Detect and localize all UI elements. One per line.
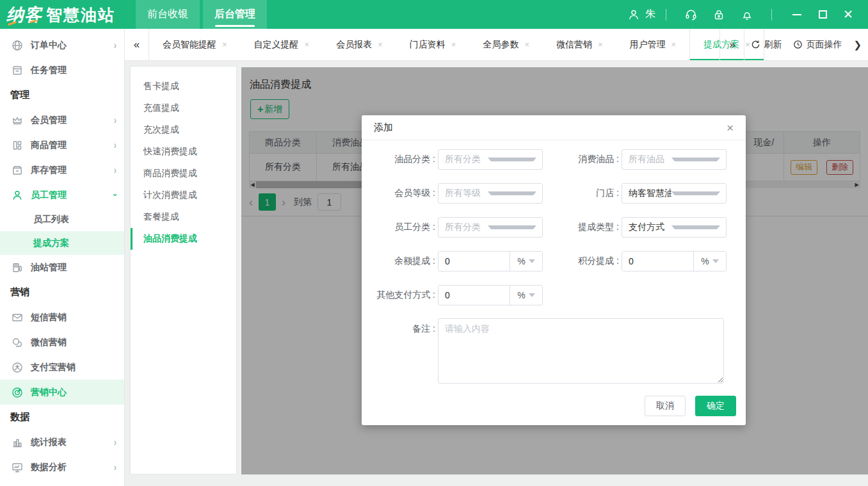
tab-item[interactable]: 全局参数× bbox=[469, 29, 543, 60]
balance-unit-select[interactable]: % bbox=[510, 252, 542, 271]
remark-textarea[interactable] bbox=[438, 318, 724, 384]
sidebar-item-label: 任务管理 bbox=[31, 65, 67, 76]
app-header: 纳客 智慧油站 前台收银后台管理 朱 bbox=[0, 0, 868, 29]
app-logo: 纳客 智慧油站 bbox=[0, 3, 136, 26]
sidebar-item[interactable]: 微信营销 bbox=[0, 330, 124, 355]
chevron-right-icon: › bbox=[114, 165, 117, 176]
tab-close-icon[interactable]: × bbox=[451, 40, 456, 49]
points-commission-input[interactable] bbox=[622, 252, 693, 271]
sidebar-item[interactable]: 数据分析› bbox=[0, 455, 124, 480]
sidebar-item[interactable]: 会员管理› bbox=[0, 108, 124, 133]
header-nav-backoffice[interactable]: 后台管理 bbox=[203, 0, 267, 29]
sidebar-item[interactable]: 任务管理 bbox=[0, 58, 124, 83]
sidebar-item[interactable]: 油站管理 bbox=[0, 255, 124, 280]
refresh-button[interactable]: 刷新 bbox=[751, 39, 782, 51]
member-level-label: 会员等级 : bbox=[362, 188, 435, 199]
confirm-button[interactable]: 确定 bbox=[695, 396, 736, 416]
cancel-button[interactable]: 取消 bbox=[645, 396, 686, 416]
tab-close-icon[interactable]: × bbox=[598, 40, 603, 49]
page-actions-button[interactable]: 页面操作 bbox=[793, 39, 842, 51]
submenu-item[interactable]: 快速消费提成 bbox=[131, 141, 236, 163]
minimize-icon[interactable] bbox=[786, 6, 808, 24]
other-payment-input[interactable] bbox=[438, 286, 510, 305]
user-menu[interactable]: 朱 bbox=[627, 8, 655, 22]
tab-label: 会员智能提醒 bbox=[163, 39, 216, 51]
other-payment-unit-select[interactable]: % bbox=[510, 286, 542, 305]
tab-item[interactable]: 门店资料× bbox=[396, 29, 470, 60]
close-window-icon[interactable]: ✕ bbox=[837, 6, 859, 24]
crown-icon bbox=[10, 113, 24, 127]
sidebar-item[interactable]: 营销中心 bbox=[0, 380, 124, 405]
sidebar-item[interactable]: 库存管理› bbox=[0, 158, 124, 182]
sidebar-item[interactable]: 短信营销 bbox=[0, 305, 124, 330]
tab-close-icon[interactable]: × bbox=[222, 40, 227, 49]
commission-type-select[interactable]: 支付方式 bbox=[622, 217, 727, 238]
headset-icon[interactable] bbox=[684, 8, 698, 22]
submenu-item[interactable]: 套餐提成 bbox=[131, 206, 236, 228]
mail-icon bbox=[10, 311, 24, 325]
dialog-close-icon[interactable]: × bbox=[727, 122, 734, 134]
oil-category-select: 所有分类 bbox=[438, 149, 543, 170]
sidebar-section-title: 营销 bbox=[0, 280, 124, 305]
open-tabs: 会员智能提醒×自定义提醒×会员报表×门店资料×全局参数×微信营销×用户管理×提成… bbox=[149, 29, 719, 60]
tab-close-icon[interactable]: × bbox=[524, 40, 529, 49]
submenu-item[interactable]: 商品消费提成 bbox=[131, 163, 236, 184]
chevron-right-icon: › bbox=[114, 40, 117, 51]
add-commission-dialog: 添加 × 油品分类 : 所有分类 消费油品 : 所有油品 会员等级 : 所有等级 bbox=[362, 115, 746, 425]
sidebar-item-label: 会员管理 bbox=[31, 115, 67, 126]
tabs-scroll-right-button[interactable]: » bbox=[719, 29, 744, 60]
sidebar-item[interactable]: 统计报表› bbox=[0, 430, 124, 455]
bell-icon[interactable] bbox=[740, 8, 754, 22]
member-level-select: 所有等级 bbox=[438, 183, 543, 204]
tabs-scroll-left-button[interactable]: « bbox=[125, 29, 149, 60]
balance-commission-label: 余额提成 : bbox=[362, 255, 435, 267]
sidebar-item[interactable]: 支付宝营销 bbox=[0, 355, 124, 380]
logo-primary: 纳客 bbox=[6, 3, 42, 26]
maximize-icon[interactable] bbox=[812, 6, 833, 24]
tab-close-icon[interactable]: × bbox=[378, 40, 383, 49]
refresh-label: 刷新 bbox=[764, 39, 782, 51]
sidebar-item[interactable]: 商品管理› bbox=[0, 133, 124, 158]
chevron-down-icon bbox=[488, 191, 537, 195]
tab-item[interactable]: 用户管理× bbox=[616, 29, 690, 60]
commission-submenu: 售卡提成充值提成充次提成快速消费提成商品消费提成计次消费提成套餐提成油品消费提成 bbox=[130, 66, 237, 474]
chevron-down-icon bbox=[529, 293, 535, 297]
goods-icon bbox=[10, 138, 24, 152]
submenu-item[interactable]: 计次消费提成 bbox=[131, 184, 236, 206]
header-nav-cashier[interactable]: 前台收银 bbox=[136, 0, 200, 29]
consume-oil-select: 所有油品 bbox=[622, 149, 727, 170]
tab-item[interactable]: 会员智能提醒× bbox=[149, 29, 241, 60]
monitor-icon bbox=[10, 460, 24, 474]
points-unit-select[interactable]: % bbox=[693, 252, 726, 271]
sidebar-item-label: 微信营销 bbox=[31, 337, 67, 348]
sidebar-item-label: 支付宝营销 bbox=[31, 362, 76, 373]
sidebar-subitem[interactable]: 提成方案 bbox=[0, 231, 124, 255]
sidebar-item[interactable]: 员工管理› bbox=[0, 182, 124, 207]
tab-label: 自定义提醒 bbox=[254, 39, 299, 51]
sidebar-item-label: 商品管理 bbox=[31, 140, 67, 151]
submenu-item[interactable]: 售卡提成 bbox=[131, 76, 236, 97]
balance-commission-input[interactable] bbox=[438, 252, 510, 271]
tab-item[interactable]: 自定义提醒× bbox=[241, 29, 323, 60]
submenu-item[interactable]: 充值提成 bbox=[131, 97, 236, 119]
more-actions-chevron[interactable]: ❯ bbox=[853, 39, 862, 51]
staff-icon bbox=[10, 188, 24, 202]
sidebar-subitem[interactable]: 员工列表 bbox=[0, 207, 124, 231]
store-select[interactable]: 纳客智慧油站 bbox=[622, 183, 727, 204]
tab-close-icon[interactable]: × bbox=[671, 40, 677, 49]
globe-icon bbox=[10, 38, 24, 53]
chevron-right-icon: › bbox=[114, 140, 117, 151]
dialog-title: 添加 bbox=[374, 122, 393, 134]
tab-item[interactable]: 会员报表× bbox=[323, 29, 396, 60]
lock-icon[interactable] bbox=[712, 8, 726, 22]
submenu-item[interactable]: 充次提成 bbox=[131, 119, 236, 141]
header-nav-label: 前台收银 bbox=[147, 8, 188, 21]
sidebar-item-label: 员工管理 bbox=[31, 190, 67, 201]
tab-close-icon[interactable]: × bbox=[305, 40, 310, 49]
submenu-item[interactable]: 油品消费提成 bbox=[131, 228, 236, 250]
sidebar-item[interactable]: 订单中心› bbox=[0, 33, 124, 58]
fuel-pump-icon bbox=[10, 261, 24, 275]
sidebar-section-title: 管理 bbox=[0, 83, 124, 108]
staff-category-select: 所有分类 bbox=[438, 217, 543, 238]
tab-item[interactable]: 微信营销× bbox=[543, 29, 616, 60]
